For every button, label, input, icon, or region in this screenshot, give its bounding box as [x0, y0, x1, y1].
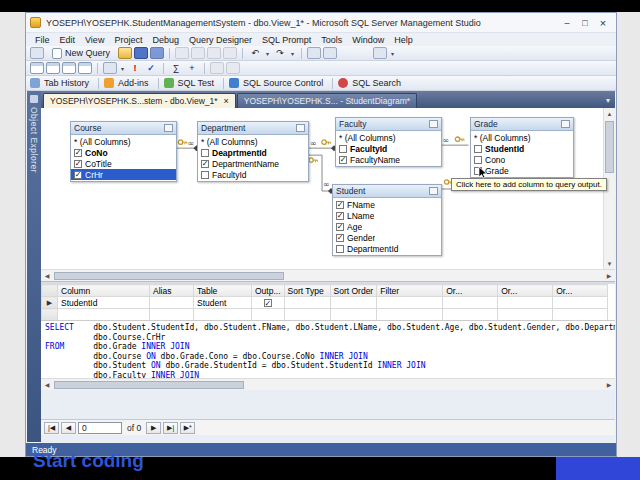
grid-cell-empty[interactable] — [498, 309, 553, 321]
grid-column-header-table[interactable]: Table — [194, 285, 252, 297]
show-criteria-pane-icon[interactable] — [46, 62, 60, 74]
scrollbar-thumb[interactable] — [605, 121, 614, 173]
scroll-down-icon[interactable]: ▼ — [604, 258, 615, 269]
menu-window[interactable]: Window — [347, 35, 389, 45]
first-record-button[interactable]: |◀ — [44, 422, 59, 434]
new-query-button[interactable]: New Query — [46, 47, 116, 60]
row-marker-icon[interactable]: ▶ — [42, 297, 58, 309]
column-row-lname[interactable]: ✓LName — [333, 210, 441, 221]
checkbox-checked-icon[interactable]: ✓ — [336, 223, 344, 231]
table-minimize-button[interactable] — [429, 120, 438, 128]
addin-add-ins[interactable]: Add-ins — [116, 78, 153, 88]
column-row-deaprtmentid[interactable]: DeaprtmentId — [198, 147, 308, 158]
diagram-horizontal-scrollbar[interactable]: ◀ ▶ — [41, 269, 615, 281]
column-row-cotitle[interactable]: ✓CoTitle — [71, 158, 176, 169]
show-diagram-pane-icon[interactable] — [30, 62, 44, 74]
document-tab-2[interactable]: YOSEPH\YOSEPHK.S... - StudentDiagram* — [237, 93, 417, 108]
scroll-left-icon[interactable]: ◀ — [41, 270, 53, 281]
tab-close-icon[interactable]: × — [224, 96, 229, 106]
scroll-left-icon[interactable]: ◀ — [41, 379, 53, 390]
redo-icon[interactable]: ↷ — [273, 47, 287, 59]
last-record-button[interactable]: ▶| — [163, 422, 178, 434]
checkbox-checked-icon[interactable]: ✓ — [336, 212, 344, 220]
addin-sql-source-control[interactable]: SQL Source Control — [241, 78, 327, 88]
grid-cell-or3[interactable] — [553, 297, 608, 309]
connect-icon[interactable] — [30, 47, 44, 59]
checkbox-checked-icon[interactable]: ✓ — [74, 149, 82, 157]
grid-column-header-filter[interactable]: Filter — [377, 285, 443, 297]
add-group-by-icon[interactable]: ∑ — [169, 62, 183, 74]
document-tab-1[interactable]: YOSEPH\YOSEPHK.S...stem - dbo.View_1*× — [43, 93, 236, 108]
checkbox-icon[interactable] — [339, 145, 347, 153]
column-row-all-columns[interactable]: * (All Columns) — [471, 132, 573, 143]
grid-cell-or1[interactable] — [443, 297, 498, 309]
row-selector[interactable] — [42, 309, 58, 321]
table-window-header[interactable]: Student — [333, 185, 441, 198]
column-row-departmentid[interactable]: DepartmentId — [333, 243, 441, 254]
scroll-up-icon[interactable]: ▲ — [604, 108, 615, 119]
grid-cell-sort_order[interactable] — [330, 297, 377, 309]
addin-sql-search[interactable]: SQL Search — [350, 78, 405, 88]
checkbox-icon[interactable] — [201, 171, 209, 179]
navigate-back-icon[interactable] — [307, 47, 321, 59]
close-button[interactable]: × — [594, 16, 612, 30]
sql-line-2[interactable]: dbo.Course.CrHr — [45, 333, 615, 343]
grid-row-empty[interactable] — [42, 309, 608, 321]
column-row-cono[interactable]: Cono — [471, 154, 573, 165]
table-minimize-button[interactable] — [296, 124, 305, 132]
scroll-right-icon[interactable]: ▶ — [603, 270, 615, 281]
grid-cell-empty[interactable] — [150, 309, 194, 321]
grid-cell-empty[interactable] — [330, 309, 377, 321]
column-row-facultyid[interactable]: FacultyId — [198, 169, 308, 180]
previous-record-button[interactable]: ◀ — [61, 422, 76, 434]
minimize-button[interactable]: – — [558, 16, 576, 30]
checkbox-checked-icon[interactable]: ✓ — [74, 171, 82, 179]
grid-cell-alias[interactable] — [150, 297, 194, 309]
redo-dropdown-icon[interactable]: ▾ — [289, 50, 296, 57]
diagram-pane[interactable]: ∞ ∞ ∞ ∞ ∞ Click here to add column to qu… — [41, 108, 615, 269]
scroll-right-icon[interactable]: ▶ — [603, 379, 615, 390]
checkbox-icon[interactable] — [474, 156, 482, 164]
menu-query-designer[interactable]: Query Designer — [184, 35, 257, 45]
grid-column-header-sort-type[interactable]: Sort Type — [284, 285, 330, 297]
grid-cell-or2[interactable] — [498, 297, 553, 309]
save-all-icon[interactable] — [150, 47, 164, 59]
table-minimize-button[interactable] — [429, 187, 438, 195]
execute-sql-icon[interactable]: ! — [128, 62, 142, 74]
chevron-down-icon[interactable]: ▾ — [606, 96, 615, 108]
next-record-button[interactable]: ▶ — [146, 422, 161, 434]
print-icon[interactable] — [175, 47, 189, 59]
verify-sql-icon[interactable]: ✓ — [144, 62, 158, 74]
grid-cell-table[interactable]: Student — [194, 297, 252, 309]
column-row-age[interactable]: ✓Age — [333, 221, 441, 232]
grid-row[interactable]: ▶StudentIdStudent✓ — [42, 297, 608, 309]
grid-cell-sort_type[interactable] — [284, 297, 330, 309]
menu-file[interactable]: File — [30, 35, 55, 45]
undo-icon[interactable]: ↶ — [248, 47, 262, 59]
grid-cell-filter[interactable] — [377, 297, 443, 309]
new-record-button[interactable]: ▶* — [180, 422, 195, 434]
table-window-header[interactable]: Grade — [471, 118, 573, 131]
menu-debug[interactable]: Debug — [147, 35, 184, 45]
criteria-pane[interactable]: ColumnAliasTableOutp...Sort TypeSort Ord… — [41, 284, 615, 320]
checkbox-checked-icon[interactable]: ✓ — [201, 160, 209, 168]
title-bar[interactable]: YOSEPH\YOSEPHK.StudentManagementSystem -… — [26, 13, 616, 33]
menu-edit[interactable]: Edit — [55, 35, 81, 45]
navigate-forward-icon[interactable] — [323, 47, 337, 59]
column-row-crhr[interactable]: ✓CrHr — [71, 169, 176, 180]
table-minimize-button[interactable] — [561, 120, 570, 128]
table-window-student[interactable]: Student✓FName✓LName✓Age✓GenderDepartment… — [332, 184, 442, 256]
grid-column-header-column[interactable]: Column — [58, 285, 150, 297]
sql-line-3[interactable]: FROM dbo.Grade INNER JOIN — [45, 342, 615, 352]
sql-line-1[interactable]: SELECT dbo.Student.StudentId, dbo.Studen… — [45, 323, 615, 333]
table-window-header[interactable]: Course — [71, 122, 176, 135]
grid-cell-empty[interactable] — [443, 309, 498, 321]
column-row-all-columns[interactable]: * (All Columns) — [198, 136, 308, 147]
save-icon[interactable] — [134, 47, 148, 59]
grid-cell-empty[interactable] — [252, 309, 285, 321]
change-type-dropdown-icon[interactable]: ▾ — [119, 65, 126, 72]
addin-tab-history[interactable]: Tab History — [42, 78, 93, 88]
menu-help[interactable]: Help — [389, 35, 418, 45]
table-window-header[interactable]: Faculty — [336, 118, 441, 131]
checkbox-checked-icon[interactable]: ✓ — [339, 156, 347, 164]
